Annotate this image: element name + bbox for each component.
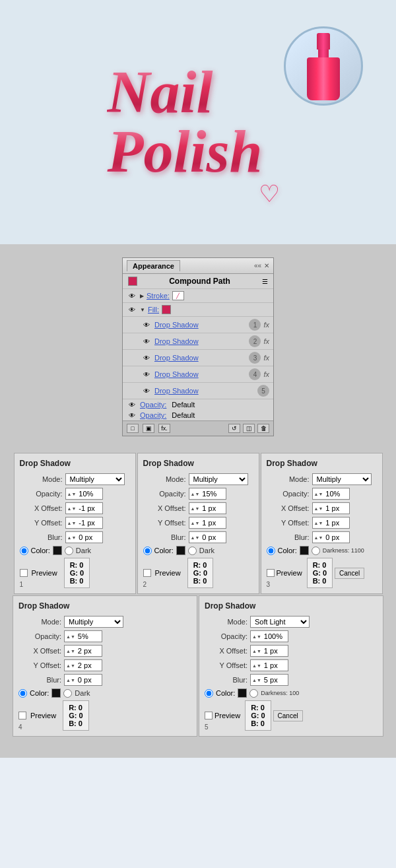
opacity-input-1[interactable]	[77, 490, 102, 498]
shadow-title-4: Drop Shadow	[18, 601, 191, 611]
drop-shadow-link-1[interactable]: Drop Shadow	[154, 321, 199, 329]
y-input-2[interactable]	[201, 519, 226, 527]
x-input-5[interactable]	[263, 647, 288, 655]
dark-radio-2[interactable]	[188, 547, 197, 555]
drop-shadow-link-5[interactable]: Drop Shadow	[154, 387, 199, 395]
blur-input-3[interactable]	[324, 533, 349, 541]
dark-radio-5[interactable]	[249, 689, 258, 698]
fill-expand-icon[interactable]: ▼	[140, 307, 145, 313]
mode-select-2[interactable]: Multiply	[189, 473, 248, 485]
panel-menu-icon[interactable]: ☰	[262, 278, 268, 285]
b-value-2: B: 0	[193, 577, 207, 585]
x-input-1[interactable]	[77, 504, 102, 512]
x-spinner-5[interactable]: ▲▼	[251, 649, 263, 653]
new-layer-icon[interactable]: □	[127, 424, 139, 433]
y-input-5[interactable]	[263, 661, 288, 669]
eye-icon-ds3[interactable]: 👁	[141, 354, 152, 362]
dark-radio-4[interactable]	[63, 689, 72, 698]
mode-select-4[interactable]: Multiply	[64, 616, 123, 628]
blur-spinner-3[interactable]: ▲▼	[313, 535, 325, 540]
panel-number-2: 2	[143, 581, 147, 588]
color-radio-3[interactable]	[267, 547, 275, 555]
minimize-icon[interactable]: ««	[254, 262, 261, 269]
opacity-input-3[interactable]	[324, 490, 349, 498]
x-input-2[interactable]	[201, 504, 226, 512]
y-spinner-2[interactable]: ▲▼	[189, 521, 201, 525]
mode-select-1[interactable]: Multiply	[65, 473, 125, 485]
drop-shadow-link-4[interactable]: Drop Shadow	[154, 370, 199, 378]
x-spinner-4[interactable]: ▲▼	[65, 649, 77, 653]
clear-icon[interactable]: ↺	[228, 424, 240, 433]
y-input-1[interactable]	[77, 519, 102, 527]
y-input-4[interactable]	[77, 661, 102, 669]
preview-checkbox-1[interactable]	[20, 569, 28, 577]
mode-select-3[interactable]: Multiply	[312, 473, 372, 485]
x-spinner-3[interactable]: ▲▼	[313, 506, 325, 511]
opacity-label-3: Opacity:	[267, 490, 310, 498]
eye-icon-ds4[interactable]: 👁	[141, 370, 152, 378]
color-radio-4[interactable]	[18, 689, 27, 698]
y-spinner-1[interactable]: ▲▼	[66, 521, 78, 525]
delete-icon[interactable]: 🗑	[257, 424, 269, 433]
fill-label[interactable]: Fill:	[148, 306, 159, 314]
preview-checkbox-4[interactable]	[18, 712, 26, 719]
preview-checkbox-5[interactable]	[205, 712, 213, 719]
y-spinner-5[interactable]: ▲▼	[251, 663, 263, 668]
cancel-button-5[interactable]: Cancel	[273, 710, 303, 721]
dark-radio-3[interactable]	[312, 547, 320, 555]
y-input-3[interactable]	[324, 519, 349, 527]
fx-button[interactable]: fx.	[158, 424, 170, 433]
opacity-spinner-5[interactable]: ▲▼	[251, 634, 263, 639]
close-icon[interactable]: ✕	[264, 262, 269, 269]
opacity-input-2[interactable]	[201, 490, 226, 498]
cancel-button-3[interactable]: Cancel	[335, 568, 364, 579]
eye-icon-ds5[interactable]: 👁	[141, 387, 152, 395]
blur-spinner-1[interactable]: ▲▼	[66, 535, 78, 540]
x-input-4[interactable]	[77, 647, 102, 655]
x-spinner-2[interactable]: ▲▼	[189, 506, 201, 511]
stroke-label[interactable]: Stroke:	[147, 292, 170, 300]
stroke-expand-icon[interactable]: ▶	[140, 293, 144, 299]
color-radio-2[interactable]	[143, 547, 152, 555]
blur-input-2[interactable]	[201, 533, 226, 541]
drop-shadow-link-2[interactable]: Drop Shadow	[154, 337, 199, 345]
x-input-3[interactable]	[324, 504, 349, 512]
drop-shadow-panel-2: Drop Shadow Mode: Multiply Opacity: ▲▼	[137, 453, 259, 594]
blur-spinner-4[interactable]: ▲▼	[65, 678, 77, 683]
opacity-spinner-2[interactable]: ▲▼	[189, 492, 201, 496]
blur-input-5[interactable]	[263, 676, 288, 684]
y-spinner-3[interactable]: ▲▼	[313, 521, 325, 525]
mode-select-5[interactable]: Soft Light Multiply	[250, 616, 310, 628]
mode-row-1: Mode: Multiply	[20, 473, 130, 485]
eye-icon-ds2[interactable]: 👁	[141, 337, 152, 345]
eye-icon-op2[interactable]: 👁	[127, 411, 137, 419]
opacity-spinner-3[interactable]: ▲▼	[313, 492, 325, 496]
y-spinner-4[interactable]: ▲▼	[65, 663, 77, 668]
copy-icon[interactable]: ◫	[243, 424, 255, 433]
blur-spinner-5[interactable]: ▲▼	[251, 678, 263, 683]
blur-input-1[interactable]	[77, 533, 102, 541]
opacity-link-2[interactable]: Opacity:	[140, 411, 166, 419]
appearance-tab[interactable]: Appearance	[127, 260, 180, 271]
blur-spinner-2[interactable]: ▲▼	[189, 535, 201, 540]
color-radio-5[interactable]	[205, 689, 213, 698]
opacity-input-5[interactable]	[263, 632, 288, 640]
color-radio-1[interactable]	[20, 547, 28, 555]
eye-icon-ds1[interactable]: 👁	[141, 321, 152, 329]
g-value-1: G: 0	[70, 569, 84, 577]
opacity-spinner-1[interactable]: ▲▼	[66, 492, 78, 496]
duplicate-icon[interactable]: ▣	[143, 424, 154, 433]
opacity-link-1[interactable]: Opacity:	[140, 401, 166, 409]
opacity-input-4[interactable]	[77, 632, 102, 640]
preview-checkbox-2[interactable]	[143, 569, 151, 577]
eye-icon-fill[interactable]: 👁	[127, 306, 137, 314]
x-spinner-1[interactable]: ▲▼	[66, 506, 78, 511]
blur-input-4[interactable]	[77, 676, 102, 684]
dark-radio-1[interactable]	[65, 547, 73, 555]
color-swatch-4	[51, 688, 61, 698]
drop-shadow-link-3[interactable]: Drop Shadow	[154, 354, 199, 362]
eye-icon-stroke[interactable]: 👁	[127, 292, 137, 300]
opacity-spinner-4[interactable]: ▲▼	[65, 634, 77, 639]
eye-icon-op1[interactable]: 👁	[127, 401, 137, 409]
preview-checkbox-3[interactable]	[267, 569, 275, 577]
